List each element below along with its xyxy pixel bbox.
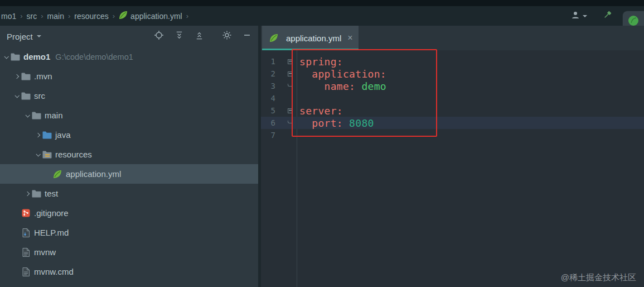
tree-item-demo1[interactable]: demo1G:\code\demo\demo1 — [0, 47, 258, 66]
annotation-rectangle — [292, 49, 437, 137]
tree-item-test[interactable]: test — [0, 184, 258, 203]
tree-item-label: src — [34, 91, 45, 101]
tree-item-label: application.yml — [66, 169, 121, 179]
tree-item-label: java — [55, 130, 71, 140]
chevron-down-icon — [583, 15, 587, 17]
tab-application-yml[interactable]: application.yml × — [262, 26, 359, 50]
breadcrumb-separator: › — [186, 12, 188, 20]
tree-item-application-yml[interactable]: application.yml — [0, 164, 258, 184]
tree-item-mvnw[interactable]: mvnw — [0, 242, 258, 262]
chevron-down-icon[interactable] — [2, 55, 10, 59]
main-area: Project demo1G:\code\demo\demo1.mvnsrcma… — [0, 26, 644, 287]
breadcrumb-separator: › — [20, 12, 22, 20]
file-icon — [21, 248, 31, 257]
tree-item-mvnw-cmd[interactable]: mvnw.cmd — [0, 262, 258, 281]
hammer-icon — [603, 10, 612, 22]
user-icon — [571, 11, 580, 22]
chevron-right-icon[interactable] — [34, 133, 42, 137]
watermark: @稀土掘金技术社区 — [561, 272, 636, 283]
tree-item-label: HELP.md — [34, 228, 69, 237]
hide-panel-button[interactable] — [241, 31, 253, 42]
breadcrumb-label: application.yml — [130, 12, 182, 21]
breadcrumb-separator: › — [113, 12, 115, 20]
folder-icon — [31, 190, 41, 198]
breadcrumb-separator: › — [68, 12, 70, 20]
tree-item-resources[interactable]: resources — [0, 145, 258, 164]
breadcrumb-item-main[interactable]: main — [47, 12, 64, 21]
folder-icon — [21, 92, 31, 100]
project-title-label: Project — [7, 32, 33, 41]
spring-icon — [119, 11, 128, 21]
breadcrumb-label: mo1 — [1, 12, 16, 21]
spring-icon — [269, 34, 279, 42]
collapse-all-button[interactable] — [193, 31, 205, 42]
chevron-down-icon — [37, 35, 41, 37]
chevron-down-icon[interactable] — [23, 114, 31, 117]
topbar-actions — [571, 6, 613, 26]
project-panel-title[interactable]: Project — [7, 32, 41, 41]
line-number: 5 — [261, 106, 275, 115]
tree-item-label: demo1 — [23, 52, 50, 61]
tree-item-main[interactable]: main — [0, 106, 258, 125]
chevron-down-icon[interactable] — [34, 153, 42, 156]
folder-java-icon — [42, 131, 52, 139]
editor-tab-strip: application.yml × — [261, 26, 644, 50]
tree-item-help-md[interactable]: HELP.md — [0, 223, 258, 242]
file-icon — [21, 267, 31, 276]
tree-item-path: G:\code\demo\demo1 — [55, 52, 133, 61]
chevron-down-icon[interactable] — [13, 94, 21, 98]
tree-item--gitignore[interactable]: .gitignore — [0, 203, 258, 223]
folder-icon — [21, 73, 31, 80]
project-toolbar: Project — [0, 26, 258, 47]
tree-item-label: mvnw.cmd — [34, 267, 74, 276]
breadcrumb-item-application-yml[interactable]: application.yml — [119, 11, 182, 21]
expand-all-button[interactable] — [173, 31, 185, 42]
folder-icon — [10, 53, 20, 61]
line-number: 6 — [261, 118, 275, 127]
gear-icon — [222, 30, 232, 42]
line-number: 7 — [261, 131, 275, 140]
tree-item--mvn[interactable]: .mvn — [0, 66, 258, 86]
line-number: 3 — [261, 82, 275, 90]
project-toolbar-icons — [153, 31, 253, 42]
breadcrumb: mo1›src›main›resources›application.yml› — [0, 11, 192, 21]
line-number: 4 — [261, 94, 275, 103]
tree-item-src[interactable]: src — [0, 86, 258, 106]
breadcrumb-separator: › — [41, 12, 43, 20]
tab-label: application.yml — [286, 34, 341, 43]
collapse-all-icon — [195, 31, 204, 42]
tree-item-label: resources — [55, 150, 92, 159]
git-icon — [21, 209, 31, 217]
md-icon — [21, 228, 31, 237]
locate-file-button[interactable] — [153, 31, 164, 42]
settings-button[interactable] — [221, 31, 233, 42]
project-tree: demo1G:\code\demo\demo1.mvnsrcmainjavare… — [0, 47, 258, 287]
chevron-right-icon[interactable] — [13, 75, 21, 78]
spring-icon — [52, 170, 62, 179]
breadcrumb-item-resources[interactable]: resources — [74, 12, 108, 21]
tree-item-label: .mvn — [34, 71, 52, 81]
tree-item-label: test — [45, 189, 58, 198]
tree-item-label: main — [45, 111, 63, 120]
close-icon[interactable]: × — [347, 33, 352, 43]
chevron-right-icon[interactable] — [23, 192, 31, 195]
breadcrumb-label: src — [27, 12, 37, 21]
project-panel: Project demo1G:\code\demo\demo1.mvnsrcma… — [0, 26, 258, 287]
editor-pane: application.yml × 1spring:2 application:… — [261, 26, 644, 287]
breadcrumb-item-src[interactable]: src — [27, 12, 37, 21]
breadcrumb-item-mo1[interactable]: mo1 — [1, 12, 16, 21]
expand-all-icon — [175, 31, 184, 42]
line-number: 1 — [261, 57, 275, 66]
top-bar: mo1›src›main›resources›application.yml› — [0, 0, 644, 26]
user-menu-button[interactable] — [571, 11, 587, 22]
build-button[interactable] — [602, 11, 613, 22]
line-number: 2 — [261, 69, 275, 78]
minus-icon — [242, 30, 252, 42]
folder-icon — [31, 112, 41, 119]
breadcrumb-label: resources — [74, 12, 108, 21]
tree-item-label: mvnw — [34, 247, 56, 257]
breadcrumb-label: main — [47, 12, 64, 21]
tree-item-label: .gitignore — [34, 208, 69, 218]
tree-item-java[interactable]: java — [0, 125, 258, 145]
folder-resources-icon — [42, 151, 52, 159]
